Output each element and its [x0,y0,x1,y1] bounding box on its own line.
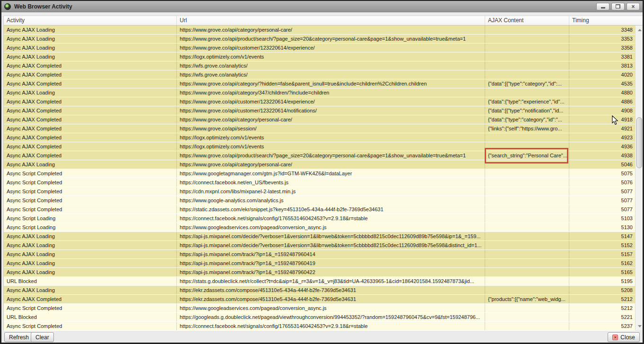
cell-url: https://connect.facebook.net/en_US/fbeve… [177,178,485,187]
table-row[interactable]: Async AJAX Completedhttps://ekr.zdassets… [4,295,635,304]
table-row[interactable]: Async AJAX Loadinghttps://www.grove.co/a… [4,34,635,43]
cell-ajax-content [485,196,569,205]
scrollbar-thumb[interactable] [636,117,642,168]
table-row[interactable]: Async AJAX Loadinghttps://api-js.mixpane… [4,268,635,277]
column-header-activity[interactable]: Activity [4,16,177,25]
cell-timing: 4880 [569,88,635,97]
close-window-button[interactable]: × [627,3,640,10]
table-row[interactable]: Async Script Completedhttps://static.zda… [4,205,635,214]
refresh-button[interactable]: Refresh [4,332,34,342]
table-row[interactable]: Async Script Completedhttps://www.google… [4,169,635,178]
cell-activity: Async AJAX Completed [4,124,177,133]
cell-url: https://ekr.zdassets.com/compose/451310e… [177,286,485,294]
cell-ajax-content [485,34,569,43]
table-row[interactable]: Async AJAX Completedhttps://wfs.grove.co… [4,70,635,79]
cell-activity: Async AJAX Loading [4,268,177,276]
table-row[interactable]: URL Blockedhttps://stats.g.doubleclick.n… [4,277,635,286]
cell-url: https://wfs.grove.co/analytics/ [177,61,485,70]
table-row[interactable]: Async AJAX Loadinghttps://api-js.mixpane… [4,250,635,259]
cell-timing: 5152 [569,241,635,249]
cell-timing: 5162 [569,259,635,267]
cell-timing: 5077 [569,187,635,196]
cell-url: https://www.google-analytics.com/analyti… [177,196,485,205]
cell-activity: Async AJAX Completed [4,133,177,142]
cell-timing: 4921 [569,124,635,133]
cell-activity: Async Script Completed [4,187,177,196]
clear-button[interactable]: Clear [31,332,54,342]
table-row[interactable]: Async AJAX Completedhttps://logx.optimiz… [4,133,635,142]
vertical-scrollbar[interactable] [635,26,643,330]
cell-ajax-content [485,160,569,169]
table-row[interactable]: Async Script Completedhttps://www.google… [4,196,635,205]
cell-activity: Async AJAX Loading [4,232,177,241]
table-row[interactable]: Async AJAX Loadinghttps://api-js.mixpane… [4,241,635,250]
cell-ajax-content [485,268,569,276]
column-header-timing[interactable]: Timing [569,16,643,25]
cell-url: https://wfs.grove.co/analytics/ [177,70,485,79]
cell-timing: 3358 [569,43,635,52]
cell-activity: Async AJAX Completed [4,97,177,106]
cell-timing: 5165 [569,268,635,276]
table-row[interactable]: Async AJAX Loadinghttps://www.grove.co/a… [4,88,635,97]
table-row[interactable]: Async AJAX Completedhttps://www.grove.co… [4,106,635,115]
cell-timing: 3348 [569,26,635,34]
cell-url: https://logx.optimizely.com/v1/events [177,142,485,151]
cell-url: https://www.grove.co/api/category/person… [177,115,485,124]
table-row[interactable]: Async AJAX Completedhttps://www.grove.co… [4,124,635,133]
cell-url: https://www.grove.co/api/session/ [177,124,485,133]
table-row[interactable]: Async AJAX Completedhttps://www.grove.co… [4,79,635,88]
cell-timing: 3381 [569,52,635,61]
cell-activity: Async AJAX Completed [4,61,177,70]
table-row[interactable]: Async AJAX Loadinghttps://www.grove.co/a… [4,160,635,169]
close-button[interactable]: × Close [608,332,640,342]
table-row[interactable]: Async AJAX Completedhttps://logx.optimiz… [4,142,635,151]
cell-url: https://logx.optimizely.com/v1/events [177,52,485,61]
table-row[interactable]: Async AJAX Loadinghttps://api-js.mixpane… [4,232,635,241]
restore-icon [616,4,620,9]
cell-url: https://googleads.g.doubleclick.net/page… [177,313,485,321]
table-row[interactable]: Async Script Completedhttps://connect.fa… [4,322,635,331]
cell-timing: 5077 [569,196,635,205]
cell-url: https://cdn.mxpnl.com/libs/mixpanel-2-la… [177,187,485,196]
titlebar[interactable]: Web Browser Activity × [1,1,643,12]
table-row[interactable]: Async AJAX Loadinghttps://www.grove.co/a… [4,43,635,52]
cell-activity: Async AJAX Loading [4,52,177,61]
scroll-down-button[interactable] [636,322,643,330]
table-row[interactable]: Async Script Loadinghttps://www.googlead… [4,223,635,232]
cell-ajax-content [485,223,569,232]
restore-button[interactable] [611,3,625,10]
table-row[interactable]: Async Script Loadinghttps://connect.face… [4,214,635,223]
table-row[interactable]: Async Script Completedhttps://connect.fa… [4,178,635,187]
cell-ajax-content [485,259,569,267]
cell-timing: 5076 [569,178,635,187]
table-row[interactable]: Async AJAX Completedhttps://wfs.grove.co… [4,61,635,70]
cell-ajax-content [485,205,569,214]
table-row[interactable]: Async Script Completedhttps://www.google… [4,304,635,313]
cell-ajax-content [485,214,569,223]
table-row[interactable]: Async AJAX Completedhttps://www.grove.co… [4,115,635,124]
cell-ajax-content [485,88,569,97]
cell-url: https://api-js.mixpanel.com/decide/?verb… [177,241,485,249]
column-header-ajax-content[interactable]: AJAX Content [485,16,569,25]
cell-url: https://www.grove.co/api/customer/123220… [177,106,485,115]
cell-timing: 5195 [569,277,635,285]
column-header-url[interactable]: Url [177,16,485,25]
cell-ajax-content [485,43,569,52]
table-row[interactable]: Async AJAX Completedhttps://www.grove.co… [4,151,635,160]
cell-activity: Async AJAX Loading [4,250,177,258]
table-row[interactable]: Async AJAX Loadinghttps://ekr.zdassets.c… [4,286,635,295]
window-controls: × [596,3,640,10]
scroll-up-button[interactable] [636,26,643,34]
table-row[interactable]: Async Script Completedhttps://cdn.mxpnl.… [4,187,635,196]
table-row[interactable]: Async AJAX Completedhttps://www.grove.co… [4,97,635,106]
table-row[interactable]: Async AJAX Loadinghttps://www.grove.co/a… [4,26,635,34]
red-x-icon: × [612,335,618,340]
table-row[interactable]: Async AJAX Loadinghttps://api-js.mixpane… [4,259,635,268]
cell-activity: Async AJAX Loading [4,88,177,97]
table-row[interactable]: URL Blockedhttps://googleads.g.doublecli… [4,313,635,322]
table-row[interactable]: Async AJAX Loadinghttps://logx.optimizel… [4,52,635,61]
cell-timing: 3813 [569,61,635,70]
minimize-button[interactable] [596,3,609,10]
cell-activity: Async AJAX Loading [4,286,177,294]
window-title: Web Browser Activity [14,3,72,10]
